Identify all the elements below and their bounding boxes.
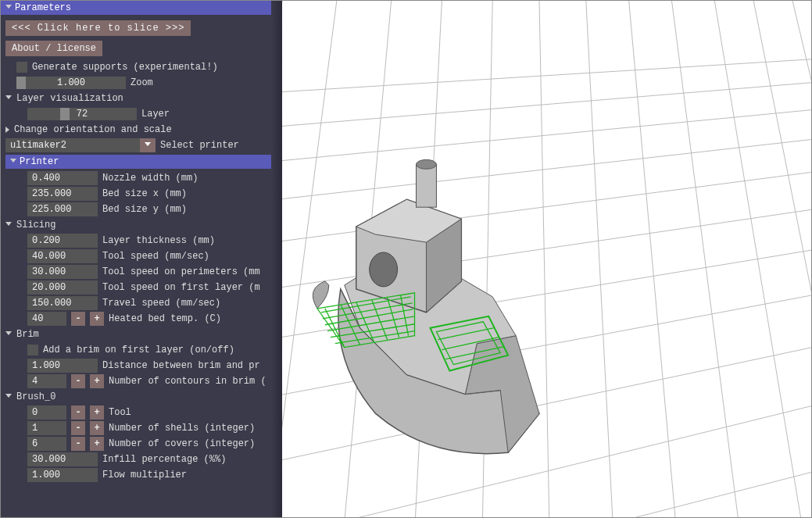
firstlayer-input[interactable] (27, 280, 98, 295)
brush-covers-minus[interactable]: - (71, 437, 85, 451)
slicing-header[interactable]: Slicing (5, 218, 277, 232)
svg-line-12 (282, 1, 337, 517)
brush-covers-plus[interactable]: + (90, 437, 104, 451)
nozzle-input[interactable] (27, 171, 98, 185)
zoom-slider[interactable]: 1.000 (16, 77, 126, 89)
printer-dropdown[interactable]: ultimaker2 (5, 138, 156, 152)
perim-input[interactable] (27, 265, 98, 279)
thickness-label: Layer thickness (mm) (102, 235, 215, 246)
layer-slider[interactable]: 72 (27, 108, 137, 120)
thickness-row: Layer thickness (mm) (5, 234, 277, 248)
toolspeed-label: Tool speed (mm/sec) (102, 251, 209, 262)
perim-label: Tool speed on perimeters (mm (102, 266, 260, 277)
chevron-down-icon (5, 394, 12, 401)
svg-line-16 (539, 1, 551, 517)
brush-shells-minus[interactable]: - (71, 421, 85, 435)
brim-contours-minus[interactable]: - (71, 374, 85, 388)
brush-flow-label: Flow multiplier (102, 470, 187, 480)
brim-contours-row: - + Number of contours in brim ( (5, 374, 277, 388)
generate-supports-row: Generate supports (experimental!) (5, 60, 277, 74)
collapse-icon (5, 5, 12, 12)
brim-add-checkbox[interactable] (27, 345, 38, 355)
svg-line-20 (714, 1, 811, 517)
chevron-right-icon (5, 127, 9, 133)
firstlayer-row: Tool speed on first layer (m (5, 280, 277, 295)
bedy-label: Bed size y (mm) (102, 204, 187, 215)
change-orientation-header[interactable]: Change orientation and scale (5, 123, 277, 137)
chevron-down-icon (5, 331, 12, 338)
about-button[interactable]: About / license (5, 41, 102, 56)
brush-infill-input[interactable] (27, 452, 98, 466)
panel-resize-edge[interactable] (271, 1, 282, 517)
svg-line-9 (282, 405, 811, 517)
brush-tool-input[interactable] (27, 405, 66, 420)
layer-vis-header[interactable]: Layer visualization (5, 91, 277, 105)
firstlayer-label: Tool speed on first layer (m (102, 282, 260, 293)
brush-header[interactable]: Brush_0 (5, 390, 277, 404)
brush-title: Brush_0 (16, 391, 55, 402)
brim-dist-input[interactable] (27, 359, 98, 373)
brush-shells-label: Number of shells (integer) (109, 423, 255, 434)
bedy-input[interactable] (27, 202, 98, 216)
printer-select-label: Select printer (160, 140, 239, 151)
panel-header[interactable]: Parameters (1, 1, 282, 15)
nozzle-label: Nozzle width (mm) (102, 173, 198, 184)
zoom-value: 1.000 (57, 77, 85, 88)
slicing-title: Slicing (16, 220, 55, 230)
printer-dropdown-value: ultimaker2 (5, 140, 140, 151)
brush-tool-row: - + Tool (5, 405, 277, 420)
brush-shells-input[interactable] (27, 421, 66, 435)
nozzle-row: Nozzle width (mm) (5, 171, 277, 185)
printer-section-title: Printer (20, 156, 59, 167)
travel-input[interactable] (27, 296, 98, 310)
brush-tool-minus[interactable]: - (71, 405, 85, 420)
svg-line-3 (282, 139, 811, 203)
brush-flow-row: Flow multiplier (5, 468, 277, 482)
bedx-input[interactable] (27, 187, 98, 201)
bedy-row: Bed size y (mm) (5, 202, 277, 216)
chevron-down-icon (5, 222, 12, 229)
layer-vis-title: Layer visualization (16, 93, 123, 104)
panel-body: <<< Click here to slice >>> About / lice… (1, 15, 282, 487)
layer-value: 72 (77, 109, 88, 120)
brush-tool-plus[interactable]: + (90, 405, 104, 420)
generate-supports-label: Generate supports (experimental!) (32, 62, 218, 73)
printer-section-header[interactable]: Printer (5, 155, 277, 169)
bedtemp-plus[interactable]: + (90, 312, 104, 326)
zoom-row: 1.000 Zoom (5, 76, 277, 90)
brush-shells-plus[interactable]: + (90, 421, 104, 435)
brim-header[interactable]: Brim (5, 327, 277, 341)
brush-infill-row: Infill percentage (%%) (5, 452, 277, 466)
layer-label: Layer (141, 109, 170, 120)
brim-contours-plus[interactable]: + (90, 374, 104, 388)
travel-label: Travel speed (mm/sec) (102, 298, 220, 309)
brim-add-row: Add a brim on first layer (on/off) (5, 343, 277, 357)
brim-dist-label: Distance between brim and pr (102, 360, 260, 371)
thickness-input[interactable] (27, 234, 98, 248)
bedx-label: Bed size x (mm) (102, 188, 187, 199)
svg-point-23 (370, 252, 398, 287)
brush-covers-label: Number of covers (integer) (109, 438, 255, 449)
brush-tool-label: Tool (109, 407, 131, 418)
brim-contours-input[interactable] (27, 374, 66, 388)
layer-row: 72 Layer (5, 107, 277, 121)
svg-point-25 (417, 159, 437, 169)
brush-shells-row: - + Number of shells (integer) (5, 421, 277, 435)
brim-contours-label: Number of contours in brim ( (109, 376, 266, 387)
chevron-down-icon (5, 95, 12, 102)
brim-title: Brim (16, 329, 39, 340)
brush-covers-input[interactable] (27, 437, 66, 451)
generate-supports-checkbox[interactable] (16, 62, 27, 73)
svg-line-21 (753, 1, 811, 517)
brush-flow-input[interactable] (27, 468, 98, 482)
panel-title: Parameters (15, 2, 71, 13)
model-benchy (313, 159, 539, 453)
bedtemp-minus[interactable]: - (71, 312, 85, 326)
slice-button[interactable]: <<< Click here to slice >>> (5, 20, 191, 36)
printer-select-row: ultimaker2 Select printer (5, 138, 277, 152)
zoom-label: Zoom (131, 77, 153, 88)
brim-dist-row: Distance between brim and pr (5, 359, 277, 373)
3d-viewport[interactable] (282, 1, 811, 517)
bedtemp-input[interactable] (27, 312, 66, 326)
toolspeed-input[interactable] (27, 249, 98, 263)
